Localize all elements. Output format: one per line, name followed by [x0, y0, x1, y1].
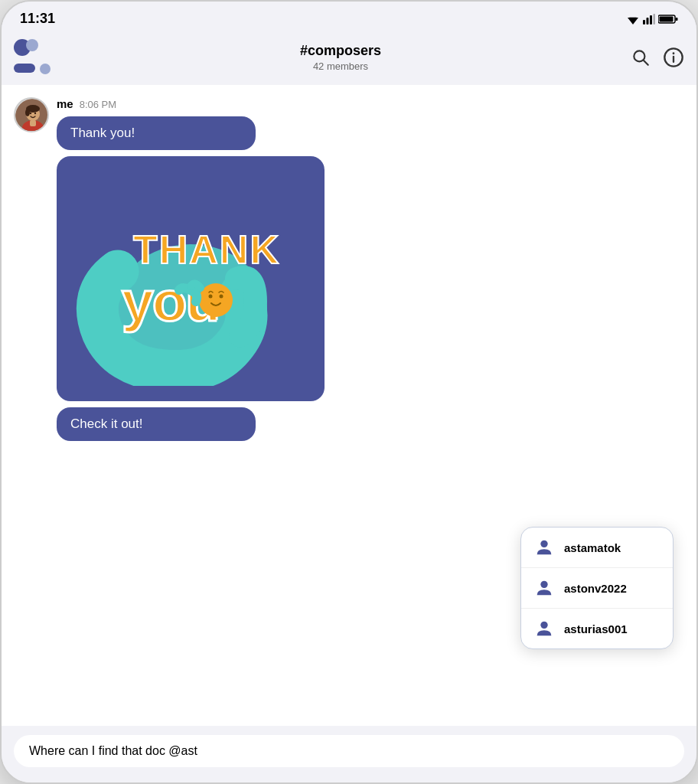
wifi-icon — [626, 14, 640, 24]
autocomplete-username-1: astamatok — [564, 541, 621, 554]
autocomplete-username-3: asturias001 — [564, 622, 628, 635]
phone-frame: 11:31 — [0, 0, 698, 784]
svg-point-19 — [25, 109, 30, 116]
svg-text:THANK: THANK — [133, 227, 280, 272]
battery-icon — [658, 14, 678, 24]
svg-point-29 — [540, 581, 547, 588]
sticker-content: THANK you — [69, 168, 312, 389]
svg-rect-8 — [660, 16, 674, 21]
svg-rect-3 — [647, 18, 649, 24]
status-time: 11:31 — [20, 11, 55, 27]
message-header: me 8:06 PM — [57, 97, 684, 110]
status-icons — [626, 14, 678, 24]
autocomplete-item[interactable]: asturias001 — [521, 609, 673, 648]
svg-point-30 — [540, 622, 547, 629]
header-actions — [631, 47, 684, 68]
svg-rect-16 — [30, 120, 36, 126]
svg-rect-4 — [650, 15, 652, 24]
avatar — [14, 97, 49, 132]
svg-point-28 — [540, 541, 547, 547]
header-title: #composers 42 members — [60, 43, 621, 72]
user-icon — [533, 577, 555, 599]
sticker-bubble: THANK you — [57, 156, 325, 401]
user-icon — [533, 537, 555, 558]
svg-rect-5 — [654, 14, 656, 24]
status-bar: 11:31 — [2, 2, 696, 33]
autocomplete-item[interactable]: astamatok — [521, 528, 673, 568]
message-input[interactable]: Where can I find that doc @ast — [14, 735, 684, 767]
svg-point-26 — [209, 295, 213, 299]
svg-line-10 — [644, 60, 648, 65]
svg-point-27 — [220, 295, 223, 299]
channel-header: #composers 42 members — [2, 33, 696, 85]
input-area: Where can I find that doc @ast — [2, 726, 696, 782]
group-avatar-icon — [14, 39, 51, 76]
svg-rect-7 — [676, 18, 678, 21]
svg-rect-2 — [643, 20, 645, 24]
messages-content: me 8:06 PM Thank you! — [57, 97, 684, 441]
chat-area: me 8:06 PM Thank you! — [2, 85, 696, 726]
message-row: me 8:06 PM Thank you! — [14, 97, 684, 441]
message-time: 8:06 PM — [80, 99, 116, 110]
search-icon[interactable] — [631, 47, 651, 67]
autocomplete-item[interactable]: astonv2022 — [521, 568, 673, 609]
info-icon[interactable] — [663, 47, 684, 68]
user-icon — [533, 618, 555, 639]
members-count: 42 members — [60, 60, 621, 72]
autocomplete-username-2: astonv2022 — [564, 582, 627, 595]
autocomplete-popup: astamatok astonv2022 asturias001 — [520, 527, 674, 649]
svg-point-13 — [673, 52, 675, 54]
svg-point-21 — [34, 113, 36, 114]
channel-name: #composers — [60, 43, 621, 59]
message-bubble-text: Thank you! — [57, 116, 256, 150]
svg-point-20 — [30, 113, 31, 114]
message-sender: me — [57, 97, 73, 110]
message-bubble-checkitout: Check it out! — [57, 407, 256, 441]
signal-icon — [643, 14, 655, 24]
